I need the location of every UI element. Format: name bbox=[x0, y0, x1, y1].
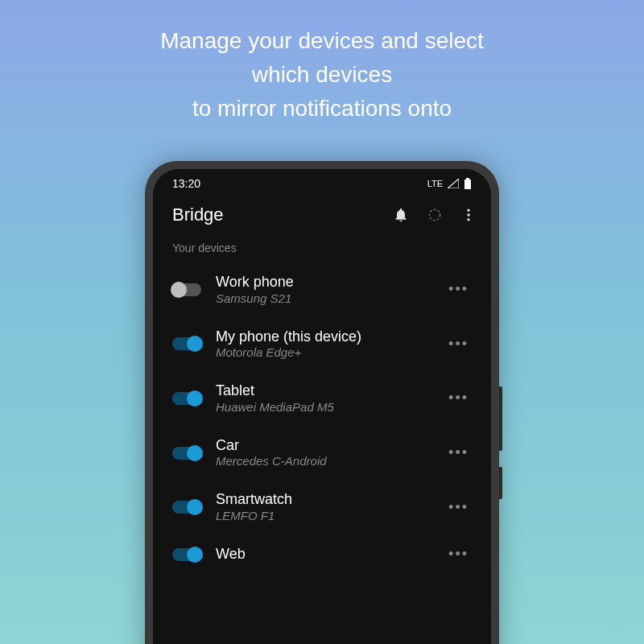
promo-line-1: Manage your devices and select bbox=[48, 24, 596, 58]
device-more-icon[interactable]: ••• bbox=[445, 281, 472, 298]
app-bar-actions bbox=[393, 207, 477, 223]
device-more-icon[interactable]: ••• bbox=[445, 390, 472, 407]
device-toggle[interactable] bbox=[172, 337, 201, 350]
device-model: Samsung S21 bbox=[216, 291, 431, 306]
more-vert-icon[interactable] bbox=[460, 207, 477, 223]
sync-icon[interactable] bbox=[427, 207, 443, 223]
device-info: Work phone Samsung S21 bbox=[216, 274, 431, 306]
device-toggle[interactable] bbox=[172, 548, 201, 561]
device-row[interactable]: Car Mercedes C-Android ••• bbox=[159, 426, 485, 481]
bell-icon[interactable] bbox=[393, 207, 409, 223]
svg-point-4 bbox=[467, 213, 469, 216]
network-label: LTE bbox=[427, 179, 443, 188]
device-row[interactable]: My phone (this device) Motorola Edge+ ••… bbox=[159, 317, 485, 372]
section-header: Your devices bbox=[153, 237, 491, 262]
device-more-icon[interactable]: ••• bbox=[445, 499, 472, 516]
phone-volume-button bbox=[499, 386, 502, 451]
promo-line-2: which devices bbox=[48, 58, 596, 92]
device-row[interactable]: Tablet Huawei MediaPad M5 ••• bbox=[159, 371, 485, 426]
device-info: My phone (this device) Motorola Edge+ bbox=[216, 328, 431, 361]
phone-screen: 13:20 LTE Bridge bbox=[153, 169, 491, 644]
phone-power-button bbox=[499, 467, 502, 499]
status-bar: 13:20 LTE bbox=[153, 169, 491, 195]
app-bar: Bridge bbox=[153, 195, 491, 237]
svg-point-3 bbox=[467, 209, 469, 212]
device-name: Car bbox=[216, 437, 431, 455]
device-toggle[interactable] bbox=[172, 447, 201, 460]
battery-icon bbox=[464, 178, 472, 189]
device-row[interactable]: Web ••• bbox=[159, 535, 485, 575]
device-toggle[interactable] bbox=[172, 501, 201, 514]
device-name: My phone (this device) bbox=[216, 328, 431, 346]
status-right: LTE bbox=[427, 178, 472, 189]
promo-text: Manage your devices and select which dev… bbox=[0, 0, 644, 126]
device-name: Work phone bbox=[216, 274, 431, 291]
device-row[interactable]: Work phone Samsung S21 ••• bbox=[159, 262, 485, 317]
device-name: Smartwatch bbox=[216, 491, 431, 509]
device-name: Web bbox=[216, 546, 431, 564]
svg-point-2 bbox=[429, 209, 440, 220]
signal-icon bbox=[448, 179, 459, 188]
device-info: Tablet Huawei MediaPad M5 bbox=[216, 382, 431, 415]
svg-point-5 bbox=[467, 218, 469, 221]
svg-rect-1 bbox=[464, 180, 471, 189]
phone-frame: 13:20 LTE Bridge bbox=[145, 161, 499, 644]
device-more-icon[interactable]: ••• bbox=[445, 336, 472, 353]
device-info: Smartwatch LEMFO F1 bbox=[216, 491, 431, 523]
device-name: Tablet bbox=[216, 382, 431, 400]
device-model: Huawei MediaPad M5 bbox=[216, 400, 431, 415]
device-list: Work phone Samsung S21 ••• My phone (thi… bbox=[153, 262, 491, 575]
svg-rect-0 bbox=[466, 178, 469, 180]
device-model: LEMFO F1 bbox=[216, 509, 431, 523]
app-title: Bridge bbox=[172, 204, 224, 225]
device-model: Mercedes C-Android bbox=[216, 454, 431, 469]
status-time: 13:20 bbox=[172, 177, 200, 190]
device-toggle[interactable] bbox=[172, 283, 201, 296]
device-row[interactable]: Smartwatch LEMFO F1 ••• bbox=[159, 480, 485, 535]
device-info: Car Mercedes C-Android bbox=[216, 437, 431, 469]
device-more-icon[interactable]: ••• bbox=[445, 546, 472, 563]
device-model: Motorola Edge+ bbox=[216, 345, 431, 360]
promo-line-3: to mirror notifications onto bbox=[48, 92, 596, 126]
device-more-icon[interactable]: ••• bbox=[445, 444, 472, 461]
device-info: Web bbox=[216, 546, 431, 564]
device-toggle[interactable] bbox=[172, 392, 201, 405]
